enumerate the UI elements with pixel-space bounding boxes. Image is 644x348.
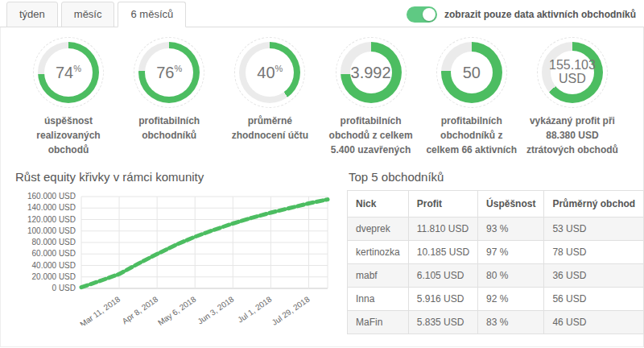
toggle-switch-icon[interactable] xyxy=(407,6,437,23)
active-traders-toggle[interactable]: zobrazit pouze data aktivních obchodníků xyxy=(407,6,636,23)
tab-week[interactable]: týden xyxy=(6,2,58,27)
y-axis-label: 120.000 USD xyxy=(27,215,76,224)
x-axis-label: Jul 29, 2018 xyxy=(270,294,312,325)
gauge-success-rate: 74%úspěšnost realizovaných obchodů xyxy=(20,42,117,157)
equity-chart-section: Růst equity křivky v rámci komunity 0 US… xyxy=(14,170,336,334)
y-axis-label: 160.000 USD xyxy=(27,192,76,201)
y-axis-label: 20.000 USD xyxy=(32,272,76,281)
tab-month[interactable]: měsíc xyxy=(61,2,115,27)
table-row: dveprek11.810 USD93 %53 USD3. 8. 2018 12… xyxy=(348,218,644,241)
x-axis-label: Mar 11, 2018 xyxy=(78,294,122,325)
gauge-profitable-trades-donut-icon: 3.992 xyxy=(341,42,402,103)
gauge-success-rate-value: 74% xyxy=(56,64,81,81)
table-row: mabf6.105 USD80 %36 USD9. 8. 2018 09:06 xyxy=(348,264,644,288)
gauge-reported-profit-donut-icon: 155.103USD xyxy=(542,42,603,103)
y-axis-label: 100.000 USD xyxy=(27,226,76,235)
gauge-profitable-traders-count-label: profitabilních obchodníků z celkem 66 ak… xyxy=(423,114,520,157)
top-traders-table: NickProfitÚspěšnostPrůměrný obchodPosled… xyxy=(347,190,644,334)
gauge-avg-account-growth-donut-icon: 40% xyxy=(239,42,300,103)
table-row: kertinozka10.185 USD97 %78 USD9. 8. 2018… xyxy=(348,241,644,264)
y-axis-label: 60.000 USD xyxy=(32,249,76,258)
gauge-success-rate-donut-icon: 74% xyxy=(38,42,99,103)
toggle-label: zobrazit pouze data aktivních obchodníků xyxy=(444,9,636,20)
tab-list: týdenměsíc6 měsíců xyxy=(6,2,189,27)
trader-avg-trade: 46 USD xyxy=(544,311,644,334)
trader-avg-trade: 56 USD xyxy=(544,288,644,311)
gauge-avg-account-growth-value: 40% xyxy=(257,64,283,81)
trader-avg-trade: 36 USD xyxy=(544,264,644,288)
gauge-success-rate-label: úspěšnost realizovaných obchodů xyxy=(20,114,117,157)
trader-nick: Inna xyxy=(348,288,409,311)
dashboard: týdenměsíc6 měsíců zobrazit pouze data a… xyxy=(0,0,644,348)
trader-profit: 5.835 USD xyxy=(408,311,477,334)
equity-line xyxy=(81,200,328,288)
column-header: Profit xyxy=(408,191,477,218)
tab-content-panel: 74%úspěšnost realizovaných obchodů76%pro… xyxy=(0,27,644,347)
trader-success-rate: 92 % xyxy=(478,288,544,311)
gauge-avg-account-growth: 40%průměrné zhodnocení účtu xyxy=(221,42,318,157)
gauge-reported-profit: 155.103USDvykázaný profit při 88.380 USD… xyxy=(524,42,621,157)
trader-nick: dveprek xyxy=(348,218,409,241)
trader-avg-trade: 53 USD xyxy=(544,218,644,241)
gauge-profitable-traders-count: 50profitabilních obchodníků z celkem 66 … xyxy=(423,42,520,157)
trader-nick: mabf xyxy=(348,264,409,288)
trader-profit: 11.810 USD xyxy=(408,218,477,241)
gauge-profitable-trades-value: 3.992 xyxy=(351,64,391,81)
gauge-profitable-traders-count-value: 50 xyxy=(463,64,481,81)
tab-6-months[interactable]: 6 měsíců xyxy=(118,2,186,27)
trader-profit: 5.916 USD xyxy=(408,288,477,311)
gauge-reported-profit-label: vykázaný profit při 88.380 USD ztrátovýc… xyxy=(524,114,621,157)
gauge-profitable-traders-pct-value: 76% xyxy=(156,64,182,81)
gauge-avg-account-growth-label: průměrné zhodnocení účtu xyxy=(221,114,318,143)
gauge-profitable-trades-label: profitabilních obchodů z celkem 5.400 uz… xyxy=(323,114,419,157)
period-tab-bar: týdenměsíc6 měsíců zobrazit pouze data a… xyxy=(0,0,644,27)
y-axis-label: 0 USD xyxy=(52,284,76,292)
table-row: MaFin5.835 USD83 %46 USD8. 8. 2018 10:03 xyxy=(348,311,644,334)
chart-title: Růst equity křivky v rámci komunity xyxy=(15,170,336,184)
y-axis-label: 140.000 USD xyxy=(27,203,76,212)
trader-profit: 6.105 USD xyxy=(408,264,477,288)
trader-avg-trade: 78 USD xyxy=(544,241,644,264)
trader-success-rate: 83 % xyxy=(478,311,544,334)
y-axis-label: 40.000 USD xyxy=(32,261,76,270)
top-traders-section: Top 5 obchodníků NickProfitÚspěšnostPrům… xyxy=(336,170,644,334)
trader-nick: kertinozka xyxy=(348,241,409,264)
column-header: Průměrný obchod xyxy=(544,191,644,218)
table-title: Top 5 obchodníků xyxy=(349,170,644,184)
y-axis-label: 80.000 USD xyxy=(32,238,76,246)
x-axis-label: May 6, 2018 xyxy=(156,294,198,325)
toggle-knob xyxy=(423,8,436,21)
gauge-row: 74%úspěšnost realizovaných obchodů76%pro… xyxy=(1,27,643,157)
trader-success-rate: 80 % xyxy=(478,264,544,288)
gauge-profitable-trades: 3.992profitabilních obchodů z celkem 5.4… xyxy=(323,42,419,157)
trader-profit: 10.185 USD xyxy=(408,241,477,264)
gauge-profitable-traders-count-donut-icon: 50 xyxy=(441,42,502,103)
bottom-section: Růst equity křivky v rámci komunity 0 US… xyxy=(1,170,643,334)
gauge-reported-profit-value: 155.103USD xyxy=(549,59,596,86)
x-axis-label: Jun 3, 2018 xyxy=(196,294,235,325)
gauge-profitable-traders-pct-label: profitabilních obchodníků xyxy=(121,114,217,143)
column-header: Nick xyxy=(348,191,409,218)
gauge-profitable-traders-pct-donut-icon: 76% xyxy=(138,42,200,103)
gauge-profitable-traders-pct: 76%profitabilních obchodníků xyxy=(121,42,217,157)
trader-nick: MaFin xyxy=(348,311,409,334)
trader-success-rate: 97 % xyxy=(478,241,544,264)
trader-success-rate: 93 % xyxy=(478,218,544,241)
equity-line-chart: 0 USD20.000 USD40.000 USD60.000 USD80.00… xyxy=(14,190,334,325)
table-row: Inna5.916 USD92 %56 USD2. 8. 2018 10:00 xyxy=(348,288,644,311)
column-header: Úspěšnost xyxy=(478,191,544,218)
x-axis-label: Apr 8, 2018 xyxy=(121,294,160,325)
x-axis-label: Jul 1, 2018 xyxy=(236,294,274,324)
table-header-row: NickProfitÚspěšnostPrůměrný obchodPosled… xyxy=(348,191,644,218)
